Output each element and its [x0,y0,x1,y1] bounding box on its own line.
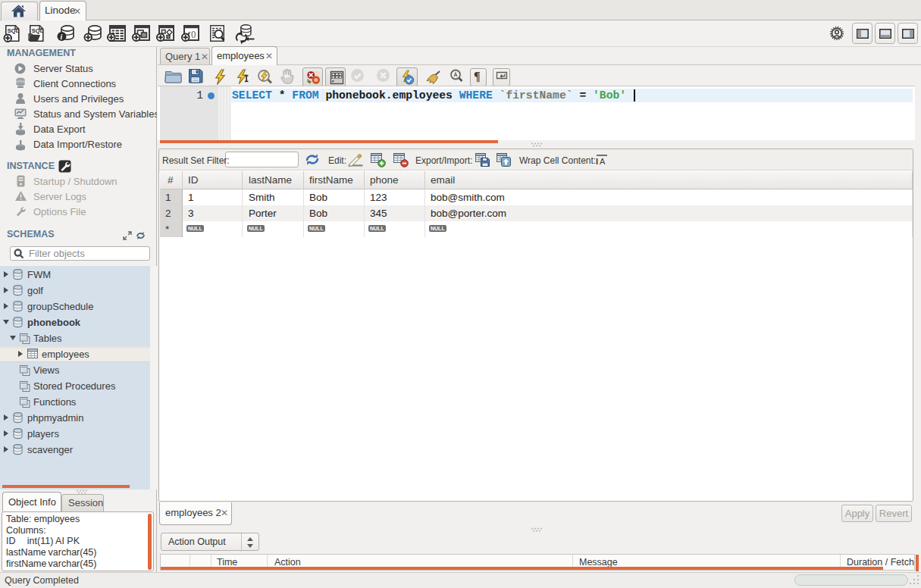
svg-text:SQL: SQL [32,27,44,34]
svg-text:SQL: SQL [8,27,20,34]
svg-text:i: i [61,33,63,41]
svg-text:I: I [596,157,598,166]
svg-text:A: A [600,157,606,166]
svg-text:¶: ¶ [474,70,481,83]
svg-text:(): () [191,30,196,38]
